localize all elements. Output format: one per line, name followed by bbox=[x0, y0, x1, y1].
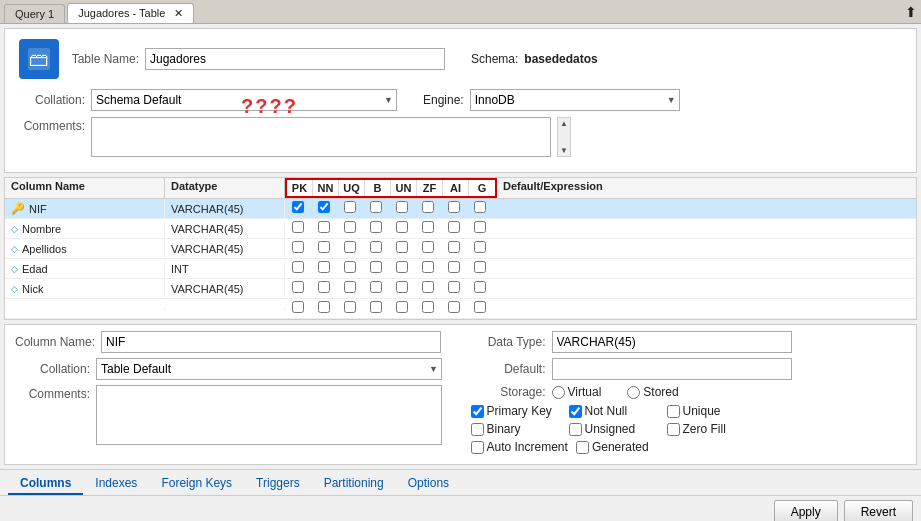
checkbox-un-3[interactable] bbox=[396, 261, 408, 273]
checkbox-b-1[interactable] bbox=[370, 221, 382, 233]
tab-partitioning[interactable]: Partitioning bbox=[312, 473, 396, 495]
ai-checkbox-label[interactable]: Auto Increment bbox=[471, 440, 568, 454]
checkbox-zf-1[interactable] bbox=[422, 221, 434, 233]
pk-checkbox[interactable] bbox=[471, 405, 484, 418]
storage-stored-option[interactable]: Stored bbox=[627, 385, 678, 399]
checkbox-uq-3[interactable] bbox=[344, 261, 356, 273]
nn-checkbox[interactable] bbox=[569, 405, 582, 418]
checkbox-b-3[interactable] bbox=[370, 261, 382, 273]
tab-foreign-keys[interactable]: Foreign Keys bbox=[149, 473, 244, 495]
checkbox-g-4[interactable] bbox=[474, 281, 486, 293]
checkbox-ai-1[interactable] bbox=[448, 221, 460, 233]
detail-collation-select[interactable]: Table Default bbox=[96, 358, 442, 380]
checkbox-nn-1[interactable] bbox=[318, 221, 330, 233]
checkbox-pk-2[interactable] bbox=[292, 241, 304, 253]
table-row[interactable]: ◇Edad INT bbox=[5, 259, 916, 279]
checkbox-pk-5[interactable] bbox=[292, 301, 304, 313]
checkbox-nn-4[interactable] bbox=[318, 281, 330, 293]
nn-checkbox-label[interactable]: Not Null bbox=[569, 404, 659, 418]
checkbox-uq-1[interactable] bbox=[344, 221, 356, 233]
unique-checkbox[interactable] bbox=[667, 405, 680, 418]
comments-textarea[interactable] bbox=[91, 117, 551, 157]
unsigned-checkbox-label[interactable]: Unsigned bbox=[569, 422, 659, 436]
ai-checkbox[interactable] bbox=[471, 441, 484, 454]
zerofill-checkbox-label[interactable]: Zero Fill bbox=[667, 422, 757, 436]
detail-colname-input[interactable] bbox=[101, 331, 441, 353]
table-row[interactable] bbox=[5, 299, 916, 319]
checkbox-ai-5[interactable] bbox=[448, 301, 460, 313]
tab-indexes[interactable]: Indexes bbox=[83, 473, 149, 495]
checkbox-pk-0[interactable] bbox=[292, 201, 304, 213]
checkbox-pk-3[interactable] bbox=[292, 261, 304, 273]
key-icon: 🔑 bbox=[11, 202, 25, 215]
checkbox-un-4[interactable] bbox=[396, 281, 408, 293]
window-expand-icon[interactable]: ⬆ bbox=[905, 4, 917, 20]
checkbox-b-5[interactable] bbox=[370, 301, 382, 313]
unsigned-checkbox[interactable] bbox=[569, 423, 582, 436]
generated-checkbox-label[interactable]: Generated bbox=[576, 440, 666, 454]
checkbox-ai-3[interactable] bbox=[448, 261, 460, 273]
table-row[interactable]: 🔑NIF VARCHAR(45) bbox=[5, 199, 916, 219]
checkbox-un-0[interactable] bbox=[396, 201, 408, 213]
checkbox-ai-0[interactable] bbox=[448, 201, 460, 213]
tab-triggers[interactable]: Triggers bbox=[244, 473, 312, 495]
table-name-input[interactable] bbox=[145, 48, 445, 70]
checkbox-uq-2[interactable] bbox=[344, 241, 356, 253]
checkbox-g-2[interactable] bbox=[474, 241, 486, 253]
unique-checkbox-label[interactable]: Unique bbox=[667, 404, 757, 418]
table-row[interactable]: ◇Nick VARCHAR(45) bbox=[5, 279, 916, 299]
checkbox-ai-4[interactable] bbox=[448, 281, 460, 293]
tab-columns[interactable]: Columns bbox=[8, 473, 83, 495]
checkbox-zf-4[interactable] bbox=[422, 281, 434, 293]
table-row[interactable]: ◇Nombre VARCHAR(45) bbox=[5, 219, 916, 239]
checkbox-b-4[interactable] bbox=[370, 281, 382, 293]
scroll-down-icon[interactable]: ▼ bbox=[559, 145, 569, 156]
scroll-up-icon[interactable]: ▲ bbox=[559, 118, 569, 129]
checkbox-uq-0[interactable] bbox=[344, 201, 356, 213]
checkbox-zf-5[interactable] bbox=[422, 301, 434, 313]
detail-comments-textarea[interactable] bbox=[96, 385, 442, 445]
checkbox-un-5[interactable] bbox=[396, 301, 408, 313]
storage-stored-radio[interactable] bbox=[627, 386, 640, 399]
checkbox-g-0[interactable] bbox=[474, 201, 486, 213]
tab-jugadores[interactable]: Jugadores - Table ✕ bbox=[67, 3, 194, 23]
checkbox-ai-2[interactable] bbox=[448, 241, 460, 253]
storage-virtual-radio[interactable] bbox=[552, 386, 565, 399]
generated-checkbox[interactable] bbox=[576, 441, 589, 454]
checkbox-b-0[interactable] bbox=[370, 201, 382, 213]
tab-options[interactable]: Options bbox=[396, 473, 461, 495]
storage-virtual-option[interactable]: Virtual bbox=[552, 385, 602, 399]
tab-query1[interactable]: Query 1 bbox=[4, 4, 65, 23]
cell-b-1 bbox=[363, 219, 389, 238]
checkbox-g-1[interactable] bbox=[474, 221, 486, 233]
engine-select[interactable]: InnoDB bbox=[470, 89, 680, 111]
binary-checkbox[interactable] bbox=[471, 423, 484, 436]
checkbox-uq-5[interactable] bbox=[344, 301, 356, 313]
checkbox-nn-5[interactable] bbox=[318, 301, 330, 313]
checkbox-zf-3[interactable] bbox=[422, 261, 434, 273]
zerofill-checkbox[interactable] bbox=[667, 423, 680, 436]
checkbox-uq-4[interactable] bbox=[344, 281, 356, 293]
checkbox-nn-2[interactable] bbox=[318, 241, 330, 253]
detail-default-input[interactable] bbox=[552, 358, 792, 380]
checkbox-g-3[interactable] bbox=[474, 261, 486, 273]
table-row[interactable]: ◇Apellidos VARCHAR(45) bbox=[5, 239, 916, 259]
checkbox-nn-3[interactable] bbox=[318, 261, 330, 273]
checkbox-b-2[interactable] bbox=[370, 241, 382, 253]
binary-checkbox-label[interactable]: Binary bbox=[471, 422, 561, 436]
cell-un-4 bbox=[389, 279, 415, 298]
pk-checkbox-label[interactable]: Primary Key bbox=[471, 404, 561, 418]
checkbox-pk-4[interactable] bbox=[292, 281, 304, 293]
detail-dtype-input[interactable] bbox=[552, 331, 792, 353]
checkbox-g-5[interactable] bbox=[474, 301, 486, 313]
checkbox-zf-2[interactable] bbox=[422, 241, 434, 253]
close-tab-icon[interactable]: ✕ bbox=[174, 7, 183, 19]
checkbox-zf-0[interactable] bbox=[422, 201, 434, 213]
revert-button[interactable]: Revert bbox=[844, 500, 913, 521]
comments-scrollbar[interactable]: ▲ ▼ bbox=[557, 117, 571, 157]
checkbox-un-2[interactable] bbox=[396, 241, 408, 253]
apply-button[interactable]: Apply bbox=[774, 500, 838, 521]
checkbox-un-1[interactable] bbox=[396, 221, 408, 233]
checkbox-nn-0[interactable] bbox=[318, 201, 330, 213]
checkbox-pk-1[interactable] bbox=[292, 221, 304, 233]
